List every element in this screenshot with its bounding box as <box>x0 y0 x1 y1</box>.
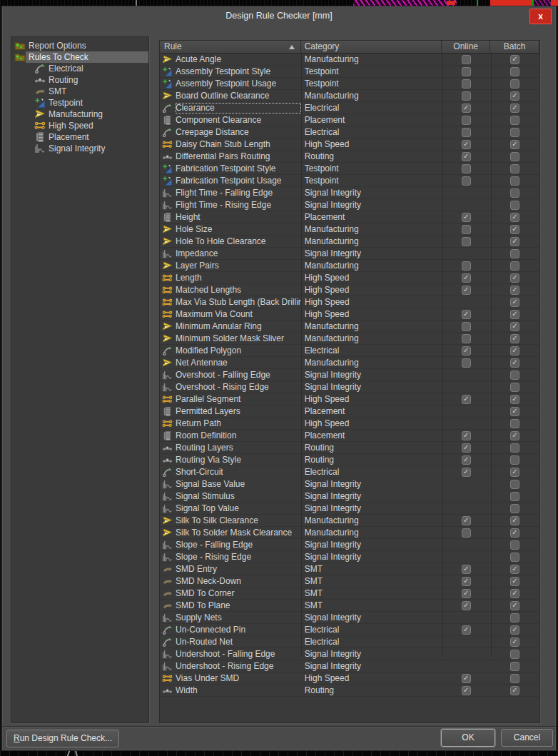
table-row[interactable]: Signal Base ValueSignal Integrity <box>160 478 539 490</box>
table-row[interactable]: Flight Time - Falling EdgeSignal Integri… <box>160 187 539 199</box>
batch-checkbox[interactable] <box>510 528 519 538</box>
online-checkbox[interactable] <box>462 358 471 368</box>
table-row[interactable]: Net AntennaeManufacturing <box>160 357 539 369</box>
table-row[interactable]: Component ClearancePlacement <box>160 114 539 126</box>
rule-cell[interactable]: Board Outline Clearance <box>160 90 301 102</box>
batch-checkbox[interactable] <box>510 662 519 671</box>
ok-button[interactable]: OK <box>441 729 495 747</box>
online-checkbox[interactable] <box>462 322 471 331</box>
batch-checkbox[interactable] <box>510 565 519 574</box>
online-checkbox[interactable] <box>462 104 471 113</box>
rule-cell[interactable]: Impedance <box>160 248 301 260</box>
column-header-category[interactable]: Category <box>301 41 442 54</box>
table-row[interactable]: Signal StimulusSignal Integrity <box>160 490 539 503</box>
sidebar-item-report-options[interactable]: Report Options <box>11 40 148 51</box>
sidebar-item-testpoint[interactable]: Testpoint <box>11 97 148 109</box>
table-row[interactable]: Room DefinitionPlacement <box>160 430 539 442</box>
table-row[interactable]: Silk To Solder Mask ClearanceManufacturi… <box>160 527 539 539</box>
batch-checkbox[interactable] <box>510 91 519 101</box>
online-checkbox[interactable] <box>462 237 471 246</box>
rule-cell[interactable]: Fabrication Testpoint Usage <box>160 175 301 187</box>
batch-checkbox[interactable] <box>510 383 519 392</box>
table-row[interactable]: Hole SizeManufacturing <box>160 223 539 236</box>
rule-cell[interactable]: Modified Polygon <box>160 345 301 357</box>
online-checkbox[interactable] <box>462 346 471 356</box>
table-row[interactable]: Vias Under SMDHigh Speed <box>160 672 539 685</box>
table-row[interactable]: ImpedanceSignal Integrity <box>160 248 539 260</box>
rule-cell[interactable]: Return Path <box>160 418 301 430</box>
sidebar-item-signal-integrity[interactable]: Signal Integrity <box>11 143 148 154</box>
table-row[interactable]: Matched LengthsHigh Speed <box>160 284 539 296</box>
batch-checkbox[interactable] <box>510 310 519 319</box>
table-row[interactable]: Short-CircuitElectrical <box>160 466 539 478</box>
table-row[interactable]: Minimum Annular RingManufacturing <box>160 321 539 333</box>
rule-cell[interactable]: Hole Size <box>160 223 301 236</box>
batch-checkbox[interactable] <box>510 237 519 246</box>
batch-checkbox[interactable] <box>510 650 519 659</box>
cancel-button[interactable]: Cancel <box>501 729 553 747</box>
table-row[interactable]: Max Via Stub Length (Back Drilling)High … <box>160 296 539 308</box>
table-row[interactable]: Assembly Testpoint StyleTestpoint <box>160 66 539 78</box>
rule-cell[interactable]: Signal Stimulus <box>160 490 301 503</box>
online-checkbox[interactable] <box>462 116 471 125</box>
online-checkbox[interactable] <box>462 516 471 525</box>
online-checkbox[interactable] <box>462 67 471 76</box>
table-row[interactable]: Return PathHigh Speed <box>160 418 539 430</box>
rule-cell[interactable]: Assembly Testpoint Style <box>160 66 301 78</box>
sidebar-item-electrical[interactable]: Electrical <box>11 63 148 74</box>
rule-cell[interactable]: Permitted Layers <box>160 405 301 418</box>
table-row[interactable]: ClearanceElectrical <box>160 102 539 114</box>
batch-checkbox[interactable] <box>510 577 519 586</box>
batch-checkbox[interactable] <box>510 286 519 295</box>
rule-cell[interactable]: SMD To Corner <box>160 588 301 600</box>
batch-checkbox[interactable] <box>510 273 519 283</box>
rule-cell[interactable]: Slope - Falling Edge <box>160 539 301 551</box>
table-row[interactable]: Modified PolygonElectrical <box>160 345 539 357</box>
batch-checkbox[interactable] <box>510 601 519 610</box>
table-row[interactable]: SMD To PlaneSMT <box>160 600 539 612</box>
table-row[interactable]: Silk To Silk ClearanceManufacturing <box>160 515 539 527</box>
batch-checkbox[interactable] <box>510 540 519 550</box>
online-checkbox[interactable] <box>462 468 471 477</box>
batch-checkbox[interactable] <box>510 637 519 647</box>
batch-checkbox[interactable] <box>510 443 519 453</box>
rule-cell[interactable]: Undershoot - Falling Edge <box>160 648 301 660</box>
table-row[interactable]: Un-Connected PinElectrical <box>160 624 539 636</box>
table-row[interactable]: Routing LayersRouting <box>160 442 539 454</box>
rule-cell[interactable]: SMD To Plane <box>160 600 301 612</box>
online-checkbox[interactable] <box>462 55 471 64</box>
rule-cell[interactable]: Max Via Stub Length (Back Drilling) <box>160 296 301 308</box>
sidebar-item-routing[interactable]: Routing <box>11 74 148 86</box>
online-checkbox[interactable] <box>462 79 471 89</box>
rule-cell[interactable]: Parallel Segment <box>160 393 301 405</box>
batch-checkbox[interactable] <box>510 625 519 635</box>
batch-checkbox[interactable] <box>510 188 519 198</box>
rule-cell[interactable]: Short-Circuit <box>160 466 301 478</box>
rule-cell[interactable]: Overshoot - Rising Edge <box>160 381 301 393</box>
batch-checkbox[interactable] <box>510 213 519 222</box>
table-row[interactable]: Slope - Rising EdgeSignal Integrity <box>160 551 539 563</box>
online-checkbox[interactable] <box>462 601 471 610</box>
batch-checkbox[interactable] <box>510 249 519 258</box>
rule-cell[interactable]: SMD Neck-Down <box>160 575 301 588</box>
table-row[interactable]: Assembly Testpoint UsageTestpoint <box>160 78 539 90</box>
online-checkbox[interactable] <box>462 213 471 222</box>
batch-checkbox[interactable] <box>510 201 519 210</box>
rule-cell[interactable]: Flight Time - Rising Edge <box>160 199 301 211</box>
batch-checkbox[interactable] <box>510 116 519 125</box>
rule-cell[interactable]: Minimum Annular Ring <box>160 321 301 333</box>
rule-cell[interactable]: Net Antennae <box>160 357 301 369</box>
rule-cell[interactable]: Vias Under SMD <box>160 672 301 685</box>
batch-checkbox[interactable] <box>510 504 519 513</box>
table-row[interactable]: Parallel SegmentHigh Speed <box>160 393 539 405</box>
rule-cell[interactable]: Silk To Silk Clearance <box>160 515 301 527</box>
table-row[interactable]: Layer PairsManufacturing <box>160 260 539 272</box>
rule-cell[interactable]: Un-Connected Pin <box>160 624 301 636</box>
sidebar-item-rules-to-check[interactable]: Rules To Check <box>11 51 148 63</box>
batch-checkbox[interactable] <box>510 298 519 307</box>
rule-cell[interactable]: SMD Entry <box>160 563 301 575</box>
table-row[interactable]: Slope - Falling EdgeSignal Integrity <box>160 539 539 551</box>
table-row[interactable]: Overshoot - Rising EdgeSignal Integrity <box>160 381 539 393</box>
column-header-online[interactable]: Online <box>442 41 490 54</box>
column-header-rule[interactable]: Rule <box>160 41 301 54</box>
